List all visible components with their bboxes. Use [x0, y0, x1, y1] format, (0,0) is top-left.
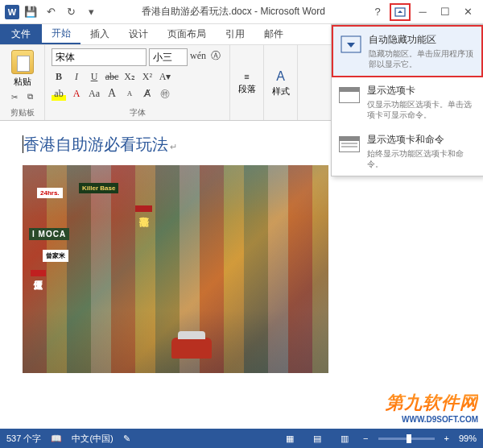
paragraph-icon: ≡ — [244, 72, 249, 81]
highlight-button[interactable]: ab — [52, 86, 66, 101]
show-tabs-icon — [338, 84, 361, 106]
tab-mailings[interactable]: 邮件 — [254, 24, 293, 44]
undo-button[interactable]: ↶ — [42, 3, 60, 21]
qat-customize-button[interactable]: ▾ — [82, 3, 100, 21]
spell-check-icon[interactable]: 📖 — [51, 433, 62, 444]
word-count[interactable]: 537 个字 — [6, 433, 41, 445]
tab-references[interactable]: 引用 — [216, 24, 254, 44]
font-name-combo[interactable]: 宋体 — [52, 48, 147, 66]
menu-item-title: 显示选项卡和命令 — [367, 133, 477, 147]
font-group-label: 字体 — [52, 106, 223, 118]
paragraph-button[interactable]: ≡ 段落 — [238, 72, 256, 95]
phonetic-guide-button[interactable]: wén — [190, 48, 206, 63]
word-app-icon: W — [5, 5, 19, 19]
enclose-char-button[interactable]: ㊕ — [158, 86, 172, 101]
menu-item-desc: 始终显示功能区选项卡和命令。 — [367, 148, 477, 169]
document-image[interactable]: 24hrs. Killer Base I MOCA 曾家米 華登高 恆達大厦 — [23, 165, 328, 373]
window-controls: ? ─ ☐ ✕ — [367, 3, 483, 21]
clear-formatting-button[interactable]: A̸ — [140, 86, 155, 101]
menu-item-desc: 隐藏功能区。单击应用程序顶部以显示它。 — [369, 48, 475, 69]
image-taxi — [171, 338, 212, 359]
help-button[interactable]: ? — [367, 3, 388, 21]
char-border-button[interactable]: Ⓐ — [208, 48, 223, 63]
tab-insert[interactable]: 插入 — [80, 24, 119, 44]
shrink-font-button[interactable]: A — [122, 86, 137, 101]
menu-auto-hide-ribbon[interactable]: 自动隐藏功能区 隐藏功能区。单击应用程序顶部以显示它。 — [332, 25, 483, 77]
watermark-text: 第九软件网 — [386, 391, 478, 415]
ribbon: 粘贴 ✂ ⧉ 剪贴板 宋体 小三 wén Ⓐ B I U abc X₂ X² A… — [0, 45, 483, 121]
change-case-button[interactable]: Aa — [87, 86, 101, 101]
read-mode-view[interactable]: ▤ — [308, 431, 326, 446]
tab-home[interactable]: 开始 — [42, 24, 80, 44]
zoom-in-button[interactable]: + — [444, 433, 449, 443]
menu-item-title: 自动隐藏功能区 — [369, 33, 475, 47]
styles-icon: A — [276, 69, 285, 84]
ribbon-display-options-menu: 自动隐藏功能区 隐藏功能区。单击应用程序顶部以显示它。 显示选项卡 仅显示功能区… — [331, 24, 483, 176]
zoom-level[interactable]: 99% — [459, 433, 477, 443]
underline-button[interactable]: U — [87, 69, 101, 84]
print-layout-view[interactable]: ▦ — [281, 431, 299, 446]
clipboard-group: 粘贴 ✂ ⧉ 剪贴板 — [0, 45, 45, 120]
image-sign: I MOCA — [29, 228, 69, 240]
image-sign: 24hrs. — [37, 188, 63, 198]
menu-item-desc: 仅显示功能区选项卡。单击选项卡可显示命令。 — [367, 99, 477, 120]
zoom-out-button[interactable]: − — [363, 433, 368, 443]
show-tabs-commands-icon — [338, 133, 361, 156]
menu-show-tabs[interactable]: 显示选项卡 仅显示功能区选项卡。单击选项卡可显示命令。 — [332, 77, 483, 127]
paste-button[interactable]: 粘贴 — [10, 48, 35, 89]
image-sign: 恆達大厦 — [31, 270, 46, 276]
menu-item-title: 显示选项卡 — [367, 84, 477, 97]
ribbon-display-icon — [394, 7, 406, 17]
styles-label: 样式 — [272, 85, 290, 97]
superscript-button[interactable]: X² — [140, 69, 155, 84]
paragraph-group: ≡ 段落 — [230, 45, 264, 120]
tab-file[interactable]: 文件 — [0, 24, 42, 44]
maximize-button[interactable]: ☐ — [435, 3, 456, 21]
redo-button[interactable]: ↻ — [62, 3, 80, 21]
italic-button[interactable]: I — [69, 69, 84, 84]
tab-design[interactable]: 设计 — [119, 24, 158, 44]
font-color-button[interactable]: A — [69, 86, 84, 101]
paragraph-label: 段落 — [238, 83, 256, 95]
font-group: 宋体 小三 wén Ⓐ B I U abc X₂ X² A▾ ab A Aa A… — [45, 45, 230, 120]
close-button[interactable]: ✕ — [457, 3, 478, 21]
title-bar: W 💾 ↶ ↻ ▾ 香港自助游必看玩法.docx - Microsoft Wor… — [0, 0, 483, 24]
watermark: 第九软件网 WWW.D9SOFT.COM — [386, 391, 478, 424]
grow-font-button[interactable]: A — [105, 86, 119, 101]
ribbon-display-options-button[interactable] — [390, 3, 411, 21]
quick-access-toolbar: W 💾 ↶ ↻ ▾ — [0, 3, 100, 21]
strikethrough-button[interactable]: abc — [105, 69, 119, 84]
image-sign: Killer Base — [79, 183, 118, 193]
language-status[interactable]: 中文(中国) — [72, 433, 113, 445]
minimize-button[interactable]: ─ — [412, 3, 433, 21]
web-layout-view[interactable]: ▥ — [336, 431, 353, 446]
image-sign: 曾家米 — [43, 250, 68, 262]
font-size-combo[interactable]: 小三 — [149, 48, 188, 66]
paste-label: 粘贴 — [14, 76, 31, 88]
insert-mode-icon[interactable]: ✎ — [123, 433, 130, 444]
bold-button[interactable]: B — [52, 69, 66, 84]
auto-hide-icon — [340, 33, 362, 56]
text-effects-button[interactable]: A▾ — [158, 69, 172, 84]
menu-show-tabs-commands[interactable]: 显示选项卡和命令 始终显示功能区选项卡和命令。 — [332, 127, 483, 176]
styles-group: A 样式 — [264, 45, 298, 120]
subscript-button[interactable]: X₂ — [122, 69, 137, 84]
paste-icon — [11, 50, 34, 74]
cut-button[interactable]: ✂ — [7, 89, 22, 104]
watermark-url: WWW.D9SOFT.COM — [386, 415, 478, 424]
styles-button[interactable]: A 样式 — [272, 69, 290, 97]
zoom-slider[interactable] — [378, 438, 435, 440]
tab-layout[interactable]: 页面布局 — [158, 24, 216, 44]
status-bar: 537 个字 📖 中文(中国) ✎ ▦ ▤ ▥ − + 99% — [0, 429, 483, 448]
clipboard-group-label: 剪贴板 — [10, 106, 35, 118]
window-title: 香港自助游必看玩法.docx - Microsoft Word — [100, 5, 367, 19]
copy-button[interactable]: ⧉ — [23, 89, 38, 104]
save-button[interactable]: 💾 — [22, 3, 39, 21]
image-sign: 華登高 — [135, 205, 152, 212]
